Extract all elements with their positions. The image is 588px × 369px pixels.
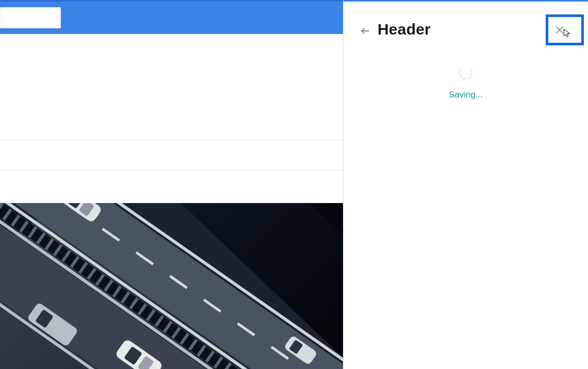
- close-button[interactable]: [546, 14, 584, 45]
- status-text: Saving...: [449, 90, 483, 100]
- panel-header: Header: [344, 0, 588, 47]
- divider: [0, 170, 343, 171]
- main-page: [0, 0, 343, 369]
- spinner-icon: [459, 66, 472, 79]
- status-area: Saving...: [344, 66, 588, 100]
- header-settings-panel: Header Saving...: [343, 0, 588, 369]
- page-body: [0, 34, 343, 369]
- arrow-left-icon: [360, 26, 370, 36]
- cursor-icon: [562, 28, 573, 38]
- ribbon-input[interactable]: [0, 7, 61, 28]
- hero-image: [0, 203, 343, 369]
- top-ribbon: [0, 0, 343, 34]
- panel-title: Header: [378, 21, 431, 38]
- divider: [0, 140, 343, 140]
- back-button[interactable]: [359, 25, 371, 37]
